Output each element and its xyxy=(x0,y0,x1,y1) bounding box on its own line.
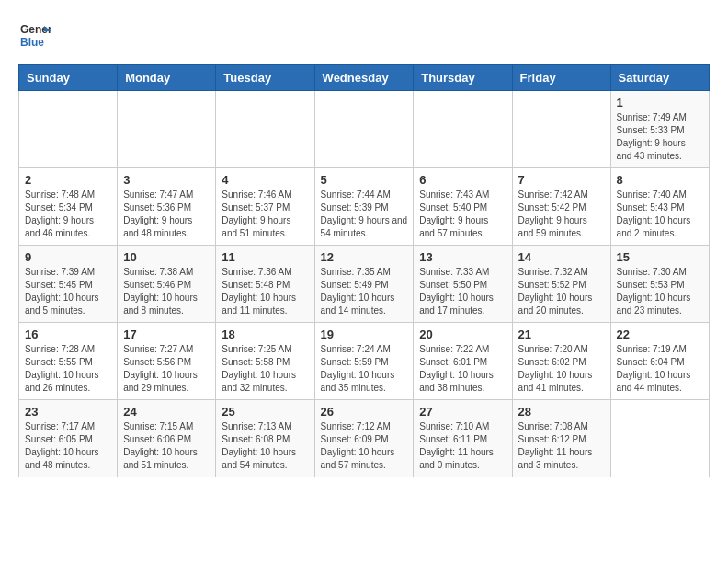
calendar-cell: 5Sunrise: 7:44 AM Sunset: 5:39 PM Daylig… xyxy=(314,168,414,246)
day-info: Sunrise: 7:17 AM Sunset: 6:05 PM Dayligh… xyxy=(25,420,111,472)
svg-text:Blue: Blue xyxy=(20,36,44,49)
calendar-week-row: 9Sunrise: 7:39 AM Sunset: 5:45 PM Daylig… xyxy=(19,246,710,323)
day-number: 21 xyxy=(518,327,605,341)
day-number: 23 xyxy=(25,405,111,419)
weekday-header-thursday: Thursday xyxy=(414,65,512,91)
calendar-cell: 19Sunrise: 7:24 AM Sunset: 5:59 PM Dayli… xyxy=(314,323,414,400)
day-info: Sunrise: 7:44 AM Sunset: 5:39 PM Dayligh… xyxy=(321,189,408,240)
day-number: 26 xyxy=(321,405,408,419)
day-number: 7 xyxy=(518,173,605,187)
day-number: 20 xyxy=(419,327,506,341)
day-info: Sunrise: 7:30 AM Sunset: 5:53 PM Dayligh… xyxy=(617,266,703,317)
day-number: 2 xyxy=(25,173,111,187)
calendar-cell: 27Sunrise: 7:10 AM Sunset: 6:11 PM Dayli… xyxy=(414,400,512,477)
calendar-cell: 8Sunrise: 7:40 AM Sunset: 5:43 PM Daylig… xyxy=(610,168,709,246)
calendar-cell xyxy=(19,91,118,168)
calendar-cell xyxy=(512,91,610,168)
day-number: 25 xyxy=(222,405,308,419)
calendar-table: SundayMondayTuesdayWednesdayThursdayFrid… xyxy=(18,64,710,477)
day-number: 27 xyxy=(419,405,506,419)
calendar-cell: 12Sunrise: 7:35 AM Sunset: 5:49 PM Dayli… xyxy=(314,246,414,323)
calendar-cell: 16Sunrise: 7:28 AM Sunset: 5:55 PM Dayli… xyxy=(19,323,118,400)
weekday-header-saturday: Saturday xyxy=(610,65,709,91)
calendar-week-row: 16Sunrise: 7:28 AM Sunset: 5:55 PM Dayli… xyxy=(19,323,710,400)
calendar-cell xyxy=(118,91,216,168)
day-number: 22 xyxy=(617,327,703,341)
day-info: Sunrise: 7:42 AM Sunset: 5:42 PM Dayligh… xyxy=(518,189,605,240)
day-info: Sunrise: 7:38 AM Sunset: 5:46 PM Dayligh… xyxy=(123,266,210,317)
calendar-cell: 21Sunrise: 7:20 AM Sunset: 6:02 PM Dayli… xyxy=(512,323,610,400)
day-number: 19 xyxy=(321,327,408,341)
weekday-header-sunday: Sunday xyxy=(19,65,118,91)
day-info: Sunrise: 7:24 AM Sunset: 5:59 PM Dayligh… xyxy=(321,343,408,395)
day-info: Sunrise: 7:32 AM Sunset: 5:52 PM Dayligh… xyxy=(518,266,605,317)
day-number: 13 xyxy=(419,250,506,264)
day-info: Sunrise: 7:08 AM Sunset: 6:12 PM Dayligh… xyxy=(518,420,605,472)
calendar-cell: 11Sunrise: 7:36 AM Sunset: 5:48 PM Dayli… xyxy=(216,246,314,323)
day-info: Sunrise: 7:35 AM Sunset: 5:49 PM Dayligh… xyxy=(321,266,408,317)
calendar-cell: 24Sunrise: 7:15 AM Sunset: 6:06 PM Dayli… xyxy=(118,400,216,477)
day-info: Sunrise: 7:48 AM Sunset: 5:34 PM Dayligh… xyxy=(25,189,111,240)
calendar-cell xyxy=(216,91,314,168)
day-number: 24 xyxy=(123,405,210,419)
day-number: 12 xyxy=(321,250,408,264)
calendar-cell: 9Sunrise: 7:39 AM Sunset: 5:45 PM Daylig… xyxy=(19,246,118,323)
calendar-week-row: 23Sunrise: 7:17 AM Sunset: 6:05 PM Dayli… xyxy=(19,400,710,477)
day-info: Sunrise: 7:39 AM Sunset: 5:45 PM Dayligh… xyxy=(25,266,111,317)
calendar-cell: 20Sunrise: 7:22 AM Sunset: 6:01 PM Dayli… xyxy=(414,323,512,400)
day-number: 28 xyxy=(518,405,605,419)
calendar-cell: 13Sunrise: 7:33 AM Sunset: 5:50 PM Dayli… xyxy=(414,246,512,323)
day-info: Sunrise: 7:13 AM Sunset: 6:08 PM Dayligh… xyxy=(222,420,308,472)
calendar-cell: 25Sunrise: 7:13 AM Sunset: 6:08 PM Dayli… xyxy=(216,400,314,477)
calendar-header-row: SundayMondayTuesdayWednesdayThursdayFrid… xyxy=(19,65,710,91)
day-info: Sunrise: 7:43 AM Sunset: 5:40 PM Dayligh… xyxy=(419,189,506,240)
calendar-week-row: 2Sunrise: 7:48 AM Sunset: 5:34 PM Daylig… xyxy=(19,168,710,246)
calendar-cell: 10Sunrise: 7:38 AM Sunset: 5:46 PM Dayli… xyxy=(118,246,216,323)
day-number: 8 xyxy=(617,173,703,187)
calendar-cell: 7Sunrise: 7:42 AM Sunset: 5:42 PM Daylig… xyxy=(512,168,610,246)
day-number: 14 xyxy=(518,250,605,264)
calendar-cell: 4Sunrise: 7:46 AM Sunset: 5:37 PM Daylig… xyxy=(216,168,314,246)
logo-icon: General Blue xyxy=(18,18,51,55)
calendar-cell: 26Sunrise: 7:12 AM Sunset: 6:09 PM Dayli… xyxy=(314,400,414,477)
calendar-cell: 28Sunrise: 7:08 AM Sunset: 6:12 PM Dayli… xyxy=(512,400,610,477)
logo: General Blue xyxy=(18,18,51,55)
day-info: Sunrise: 7:12 AM Sunset: 6:09 PM Dayligh… xyxy=(321,420,408,472)
day-info: Sunrise: 7:47 AM Sunset: 5:36 PM Dayligh… xyxy=(123,189,210,240)
day-number: 6 xyxy=(419,173,506,187)
day-number: 1 xyxy=(617,96,703,109)
weekday-header-tuesday: Tuesday xyxy=(216,65,314,91)
day-info: Sunrise: 7:19 AM Sunset: 6:04 PM Dayligh… xyxy=(617,343,703,395)
calendar-week-row: 1Sunrise: 7:49 AM Sunset: 5:33 PM Daylig… xyxy=(19,91,710,168)
day-number: 17 xyxy=(123,327,210,341)
day-info: Sunrise: 7:36 AM Sunset: 5:48 PM Dayligh… xyxy=(222,266,308,317)
calendar-cell: 6Sunrise: 7:43 AM Sunset: 5:40 PM Daylig… xyxy=(414,168,512,246)
calendar-cell: 2Sunrise: 7:48 AM Sunset: 5:34 PM Daylig… xyxy=(19,168,118,246)
calendar-body: 1Sunrise: 7:49 AM Sunset: 5:33 PM Daylig… xyxy=(19,91,710,477)
day-info: Sunrise: 7:40 AM Sunset: 5:43 PM Dayligh… xyxy=(617,189,703,240)
calendar-cell: 22Sunrise: 7:19 AM Sunset: 6:04 PM Dayli… xyxy=(610,323,709,400)
weekday-header-wednesday: Wednesday xyxy=(314,65,414,91)
weekday-header-monday: Monday xyxy=(118,65,216,91)
calendar-cell: 14Sunrise: 7:32 AM Sunset: 5:52 PM Dayli… xyxy=(512,246,610,323)
weekday-header-friday: Friday xyxy=(512,65,610,91)
day-number: 9 xyxy=(25,250,111,264)
day-info: Sunrise: 7:10 AM Sunset: 6:11 PM Dayligh… xyxy=(419,420,506,472)
day-number: 15 xyxy=(617,250,703,264)
day-number: 10 xyxy=(123,250,210,264)
calendar-cell: 1Sunrise: 7:49 AM Sunset: 5:33 PM Daylig… xyxy=(610,91,709,168)
day-info: Sunrise: 7:22 AM Sunset: 6:01 PM Dayligh… xyxy=(419,343,506,395)
day-info: Sunrise: 7:15 AM Sunset: 6:06 PM Dayligh… xyxy=(123,420,210,472)
day-info: Sunrise: 7:27 AM Sunset: 5:56 PM Dayligh… xyxy=(123,343,210,395)
day-info: Sunrise: 7:28 AM Sunset: 5:55 PM Dayligh… xyxy=(25,343,111,395)
calendar-cell xyxy=(414,91,512,168)
day-info: Sunrise: 7:20 AM Sunset: 6:02 PM Dayligh… xyxy=(518,343,605,395)
calendar-cell: 23Sunrise: 7:17 AM Sunset: 6:05 PM Dayli… xyxy=(19,400,118,477)
calendar-cell: 17Sunrise: 7:27 AM Sunset: 5:56 PM Dayli… xyxy=(118,323,216,400)
day-number: 4 xyxy=(222,173,308,187)
calendar-cell xyxy=(610,400,709,477)
day-number: 11 xyxy=(222,250,308,264)
day-info: Sunrise: 7:33 AM Sunset: 5:50 PM Dayligh… xyxy=(419,266,506,317)
calendar-cell: 3Sunrise: 7:47 AM Sunset: 5:36 PM Daylig… xyxy=(118,168,216,246)
day-number: 16 xyxy=(25,327,111,341)
